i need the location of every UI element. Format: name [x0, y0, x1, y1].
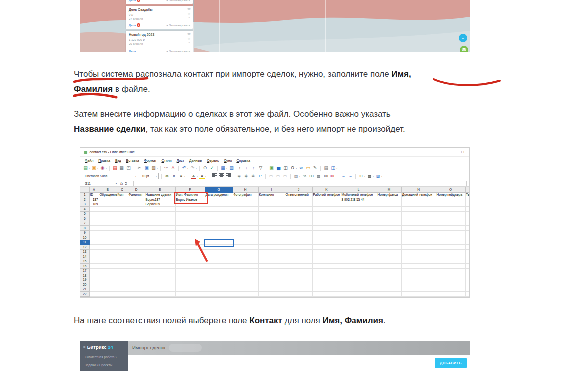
- cell[interactable]: [205, 202, 233, 207]
- row-header-4[interactable]: 4: [80, 207, 89, 212]
- email-icon[interactable]: ✉: [187, 37, 191, 41]
- cell[interactable]: [436, 254, 465, 259]
- cell[interactable]: [205, 292, 233, 297]
- cell[interactable]: [233, 202, 258, 207]
- cell[interactable]: [401, 245, 436, 250]
- cell[interactable]: [99, 216, 117, 221]
- cell[interactable]: [258, 240, 285, 245]
- cell[interactable]: [341, 292, 377, 297]
- cell[interactable]: [285, 292, 312, 297]
- field-header-cell[interactable]: Ответственный: [285, 192, 312, 197]
- cell[interactable]: [175, 259, 205, 264]
- cell[interactable]: [258, 273, 285, 278]
- formula-input[interactable]: [133, 181, 467, 186]
- search-input[interactable]: [169, 344, 202, 352]
- align-center-icon[interactable]: [219, 173, 224, 179]
- cell[interactable]: [312, 245, 341, 250]
- center-vertically-icon[interactable]: ╪: [243, 173, 249, 179]
- cell[interactable]: [377, 268, 401, 273]
- cell[interactable]: [233, 240, 258, 245]
- align-top-icon[interactable]: ╤: [236, 173, 242, 179]
- cell[interactable]: [465, 230, 469, 235]
- cell[interactable]: [117, 254, 128, 259]
- cell[interactable]: [128, 226, 145, 231]
- cell[interactable]: [258, 259, 285, 264]
- cell[interactable]: [145, 245, 175, 250]
- row-header-22[interactable]: 22: [80, 292, 89, 297]
- cell[interactable]: [99, 296, 117, 298]
- cell[interactable]: [205, 264, 233, 269]
- cell[interactable]: [258, 221, 285, 226]
- cell[interactable]: [465, 211, 469, 216]
- cell[interactable]: [117, 282, 128, 287]
- paste-icon[interactable]: ▧: [151, 165, 156, 171]
- cell[interactable]: [99, 259, 117, 264]
- cell[interactable]: [205, 296, 233, 298]
- cell[interactable]: [145, 240, 175, 245]
- cell[interactable]: [341, 268, 377, 273]
- cell[interactable]: [312, 249, 341, 254]
- cell[interactable]: [117, 235, 128, 240]
- column-header-N[interactable]: N: [401, 187, 436, 192]
- cell[interactable]: [377, 273, 401, 278]
- cell[interactable]: [285, 207, 312, 212]
- cell[interactable]: [117, 264, 128, 269]
- cell[interactable]: [233, 254, 258, 259]
- cell[interactable]: [89, 259, 99, 264]
- bold-icon[interactable]: Ж: [164, 173, 170, 179]
- cell[interactable]: [128, 264, 145, 269]
- cell[interactable]: [175, 254, 205, 259]
- cell[interactable]: [401, 235, 436, 240]
- cell[interactable]: [377, 211, 401, 216]
- column-header-O[interactable]: O: [436, 187, 465, 192]
- highlighting-color-icon[interactable]: А: [199, 173, 205, 179]
- menu-item[interactable]: Вставка: [124, 159, 142, 162]
- field-header-cell[interactable]: Мобильный телефон: [341, 192, 377, 197]
- format-currency-icon[interactable]: ▤: [293, 173, 299, 179]
- field-header-cell[interactable]: Номер пейджера: [436, 192, 465, 197]
- column-header-A[interactable]: A: [89, 187, 99, 192]
- cell[interactable]: [233, 216, 258, 221]
- cell[interactable]: [401, 221, 436, 226]
- cell[interactable]: [117, 211, 128, 216]
- cell[interactable]: [377, 221, 401, 226]
- cell[interactable]: [145, 273, 175, 278]
- menu-item[interactable]: Файл: [82, 159, 96, 162]
- cell[interactable]: [99, 292, 117, 297]
- cell[interactable]: [465, 235, 469, 240]
- cell[interactable]: [258, 287, 285, 292]
- cell[interactable]: [145, 221, 175, 226]
- cell[interactable]: [465, 278, 469, 282]
- cell[interactable]: [341, 296, 377, 298]
- cell[interactable]: [117, 273, 128, 278]
- add-button[interactable]: ДОБАВИТЬ: [435, 358, 467, 368]
- cell[interactable]: [312, 268, 341, 273]
- cell[interactable]: [175, 226, 205, 231]
- cards-scrollbar[interactable]: [193, 0, 194, 52]
- cell[interactable]: [117, 268, 128, 273]
- cell[interactable]: [377, 245, 401, 250]
- format-date-icon[interactable]: ▦: [316, 173, 321, 179]
- cell[interactable]: [341, 249, 377, 254]
- cell[interactable]: [436, 264, 465, 269]
- cell[interactable]: [117, 216, 128, 221]
- merge-center-cells-icon[interactable]: ▭: [275, 173, 281, 179]
- cell[interactable]: [89, 282, 99, 287]
- row-header-23[interactable]: 23: [80, 296, 89, 298]
- row-header-13[interactable]: 13: [80, 249, 89, 254]
- cell[interactable]: [145, 207, 175, 212]
- scrollbar-thumb[interactable]: [193, 0, 194, 22]
- menu-item[interactable]: Стили: [159, 159, 174, 162]
- cell[interactable]: [401, 273, 436, 278]
- cell[interactable]: [145, 254, 175, 259]
- row-header-3[interactable]: 3: [80, 202, 89, 207]
- cell[interactable]: [377, 216, 401, 221]
- cell[interactable]: [128, 292, 145, 297]
- cell[interactable]: [377, 240, 401, 245]
- cell[interactable]: [128, 268, 145, 273]
- cell[interactable]: [401, 264, 436, 269]
- cell[interactable]: [205, 226, 233, 231]
- cell[interactable]: [465, 249, 469, 254]
- row-header-16[interactable]: 16: [80, 264, 89, 269]
- cell[interactable]: [205, 207, 233, 212]
